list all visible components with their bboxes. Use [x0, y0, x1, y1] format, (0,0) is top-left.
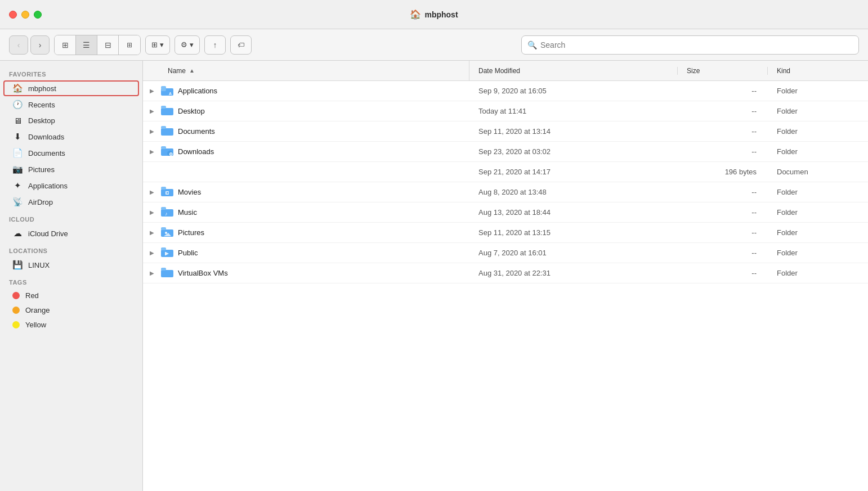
icloud-drive-icon: ☁ [12, 228, 23, 238]
column-kind-label: Kind [777, 67, 790, 75]
file-name-text: Desktop [178, 107, 205, 115]
minimize-button[interactable] [21, 11, 29, 19]
action-button[interactable]: ⚙ ▾ [175, 35, 200, 55]
linux-icon: 💾 [12, 260, 23, 270]
column-size-header[interactable]: Size [678, 67, 768, 75]
file-size-cell: -- [678, 147, 768, 156]
folder-icon-applications: A [161, 86, 173, 96]
table-row[interactable]: ▶ Public Aug 7, 2020 at 16:01 -- Folder [143, 243, 868, 263]
sidebar: Favorites 🏠 mbphost 🕐 Recents 🖥 Desktop … [0, 61, 143, 491]
sidebar-item-tag-yellow[interactable]: Yellow [3, 318, 139, 332]
table-row[interactable]: ▶ Movies Aug 8, 2020 at 13:48 -- Folder [143, 182, 868, 202]
sidebar-item-label-tag-orange: Orange [25, 306, 50, 314]
sidebar-item-icloud-drive[interactable]: ☁ iCloud Drive [3, 226, 139, 241]
group-button[interactable]: ⊞ ▾ [145, 35, 170, 55]
file-name-cell: ▶ Movies [143, 187, 469, 198]
forward-button[interactable]: › [30, 35, 50, 55]
file-name-cell: ▶ ♪ Music [143, 207, 469, 218]
sidebar-item-recents[interactable]: 🕐 Recents [3, 97, 139, 112]
list-view-button[interactable]: ☰ [76, 35, 97, 55]
file-kind-cell: Folder [768, 228, 868, 237]
table-row[interactable]: ▶ Pictures Sep 11, 2020 at 13:15 -- Fold… [143, 223, 868, 243]
sidebar-item-applications[interactable]: ✦ Applications [3, 178, 139, 193]
search-icon: 🔍 [527, 40, 537, 49]
share-button[interactable]: ↑ [204, 35, 226, 55]
icon-view-button[interactable]: ⊞ [55, 35, 76, 55]
sidebar-item-documents[interactable]: 📄 Documents [3, 145, 139, 161]
expand-icon[interactable]: ▶ [150, 189, 156, 195]
file-size-cell: -- [678, 228, 768, 237]
sidebar-item-desktop[interactable]: 🖥 Desktop [3, 113, 139, 128]
search-input[interactable] [540, 40, 853, 49]
file-date-cell: Sep 9, 2020 at 16:05 [469, 87, 678, 95]
file-date-cell: Aug 13, 2020 at 18:44 [469, 208, 678, 217]
documents-icon: 📄 [12, 148, 23, 158]
svg-text:♪: ♪ [165, 211, 168, 217]
airdrop-icon: 📡 [12, 197, 23, 207]
expand-icon[interactable]: ▶ [150, 88, 156, 94]
sidebar-item-pictures[interactable]: 📷 Pictures [3, 161, 139, 177]
column-view-button[interactable]: ⊟ [97, 35, 119, 55]
table-row[interactable]: ▶ VirtualBox VMs Aug 31, 2020 at 22:31 -… [143, 263, 868, 283]
table-row[interactable]: ▶ ♪ Music Aug 13, 2020 at 18:44 -- Folde… [143, 202, 868, 223]
expand-icon[interactable]: ▶ [150, 148, 156, 155]
file-name-text: Downloads [178, 147, 214, 156]
column-kind-header[interactable]: Kind [768, 67, 868, 75]
sidebar-item-linux[interactable]: 💾 LINUX [3, 257, 139, 273]
sidebar-item-airdrop[interactable]: 📡 AirDrop [3, 194, 139, 210]
back-arrow-icon: ‹ [17, 40, 20, 49]
file-name-cell: ▶ Pictures [143, 227, 469, 238]
column-date-header[interactable]: Date Modified [469, 67, 678, 75]
folder-svg [161, 247, 173, 257]
gear-icon: ⚙ [181, 40, 187, 49]
expand-icon[interactable]: ▶ [150, 270, 156, 276]
icloud-label: iCloud [0, 210, 142, 225]
table-row[interactable]: ▶ ⚙ Downloads Sep 23, 2020 at 03:02 -- F… [143, 142, 868, 162]
expand-icon[interactable]: ▶ [150, 229, 156, 236]
table-row[interactable]: ▶ Desktop Today at 11:41 -- Folder [143, 101, 868, 121]
svg-rect-25 [161, 247, 166, 250]
maximize-button[interactable] [34, 11, 42, 19]
file-date-cell: Sep 21, 2020 at 14:17 [469, 168, 678, 176]
folder-svg [161, 227, 173, 237]
svg-rect-10 [161, 146, 166, 149]
file-size-cell: -- [678, 127, 768, 136]
file-name-cell: ▶ Desktop [143, 106, 469, 117]
column-name-header[interactable]: Name ▲ [143, 61, 469, 80]
sidebar-item-downloads[interactable]: ⬇ Downloads [3, 129, 139, 145]
gallery-view-button[interactable]: ⊞ [119, 35, 140, 55]
expand-icon[interactable]: ▶ [150, 108, 156, 114]
folder-icon-pictures [161, 227, 173, 238]
back-button[interactable]: ‹ [9, 35, 28, 55]
table-row[interactable]: Sep 21, 2020 at 14:17 196 bytes Documen [143, 162, 868, 182]
folder-icon-public [161, 247, 173, 259]
file-kind-cell: Folder [768, 188, 868, 196]
column-size-label: Size [687, 67, 700, 75]
table-row[interactable]: ▶ A Applications Sep 9, 2020 at 16:0 [143, 81, 868, 101]
expand-icon[interactable]: ▶ [150, 128, 156, 134]
expand-icon[interactable]: ▶ [150, 209, 156, 215]
sidebar-item-label-pictures: Pictures [28, 165, 55, 174]
svg-text:A: A [169, 92, 172, 96]
sidebar-item-mbphost[interactable]: 🏠 mbphost [3, 80, 139, 96]
sort-arrow-icon: ▲ [189, 67, 195, 74]
close-button[interactable] [9, 11, 17, 19]
sidebar-item-tag-red[interactable]: Red [3, 289, 139, 303]
file-name-cell: ▶ VirtualBox VMs [143, 268, 469, 279]
file-size-cell: -- [678, 107, 768, 115]
tag-red-dot [12, 292, 20, 299]
file-size-cell: -- [678, 188, 768, 196]
sidebar-item-tag-orange[interactable]: Orange [3, 303, 139, 317]
column-headers: Name ▲ Date Modified Size Kind [143, 61, 868, 81]
file-name-text: Music [178, 208, 197, 217]
tag-yellow-dot [12, 321, 20, 328]
tag-button[interactable]: 🏷 [230, 35, 252, 55]
window-title: 🏠 mbphost [410, 9, 458, 20]
svg-point-22 [165, 232, 167, 234]
table-row[interactable]: ▶ Documents Sep 11, 2020 at 13:14 -- Fol… [143, 121, 868, 142]
expand-icon[interactable]: ▶ [150, 250, 156, 256]
share-icon: ↑ [213, 40, 217, 49]
file-size-cell: -- [678, 208, 768, 217]
nav-button-group: ‹ › [9, 35, 50, 55]
search-box: 🔍 [521, 35, 859, 55]
